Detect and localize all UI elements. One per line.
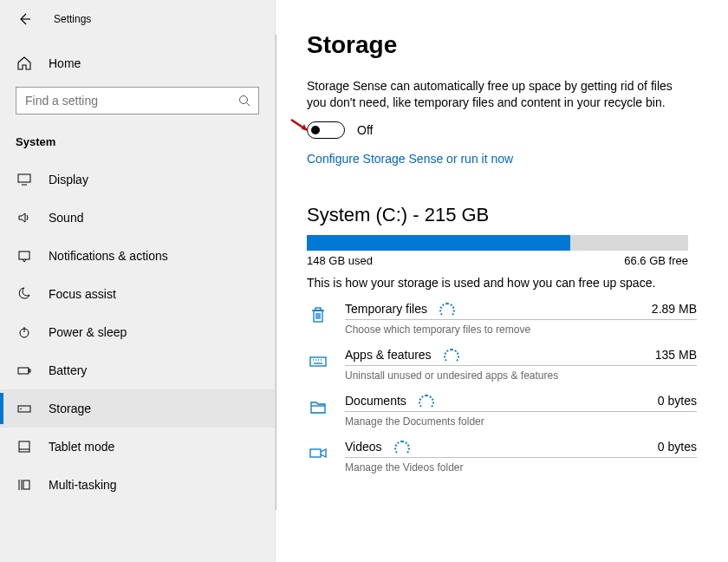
svg-rect-24 bbox=[310, 357, 326, 366]
search-icon bbox=[237, 94, 251, 108]
configure-storage-sense-link[interactable]: Configure Storage Sense or run it now bbox=[307, 152, 513, 166]
nav-home[interactable]: Home bbox=[0, 47, 275, 80]
keyboard-icon bbox=[307, 350, 329, 372]
category-separator bbox=[345, 411, 697, 412]
category-hint: Manage the Documents folder bbox=[345, 415, 697, 428]
nav-icon bbox=[16, 248, 33, 264]
storage-sense-desc: Storage Sense can automatically free up … bbox=[307, 78, 688, 111]
category-videos[interactable]: Videos0 bytesManage the Videos folder bbox=[307, 440, 697, 474]
category-list: Temporary files2.89 MBChoose which tempo… bbox=[307, 302, 704, 474]
video-icon bbox=[307, 441, 329, 464]
nav-icon bbox=[16, 210, 33, 225]
category-hint: Choose which temporary files to remove bbox=[345, 323, 697, 336]
nav-icon bbox=[16, 324, 33, 340]
storage-sense-toggle-row: Off bbox=[307, 121, 704, 139]
category-temporary-files[interactable]: Temporary files2.89 MBChoose which tempo… bbox=[307, 302, 697, 336]
nav-icon bbox=[16, 286, 33, 302]
search-wrap bbox=[0, 80, 275, 128]
sidebar: Settings Home System DisplaySoundNotific… bbox=[0, 0, 276, 562]
nav-item-focus-assist[interactable]: Focus assist bbox=[0, 275, 275, 313]
category-documents[interactable]: Documents0 bytesManage the Documents fol… bbox=[307, 394, 697, 428]
category-size: 135 MB bbox=[655, 348, 697, 362]
trash-icon bbox=[307, 304, 329, 326]
nav-item-label: Notifications & actions bbox=[49, 249, 168, 263]
svg-rect-9 bbox=[18, 406, 30, 412]
content: Storage Storage Sense can automatically … bbox=[276, 0, 728, 562]
nav-item-label: Display bbox=[49, 173, 88, 186]
nav-item-label: Multi-tasking bbox=[49, 478, 117, 492]
category-size: 0 bytes bbox=[658, 440, 697, 454]
category-size: 0 bytes bbox=[658, 394, 697, 408]
back-button[interactable] bbox=[16, 10, 33, 28]
nav-icon bbox=[16, 439, 33, 454]
nav-list: DisplaySoundNotifications & actionsFocus… bbox=[0, 160, 275, 504]
search-box[interactable] bbox=[16, 87, 259, 114]
section-label: System bbox=[0, 128, 275, 160]
svg-rect-31 bbox=[310, 449, 321, 457]
svg-rect-4 bbox=[19, 252, 29, 259]
nav-item-power-sleep[interactable]: Power & sleep bbox=[0, 313, 275, 351]
svg-rect-23 bbox=[315, 308, 321, 310]
app-title: Settings bbox=[54, 13, 91, 25]
svg-rect-11 bbox=[19, 441, 29, 452]
nav-item-storage[interactable]: Storage bbox=[0, 389, 275, 428]
svg-rect-2 bbox=[18, 174, 30, 182]
nav-item-multi-tasking[interactable]: Multi-tasking bbox=[0, 466, 275, 504]
loading-spinner-icon bbox=[394, 441, 406, 453]
nav-item-display[interactable]: Display bbox=[0, 160, 275, 199]
drive-title: System (C:) - 215 GB bbox=[307, 204, 704, 226]
storage-bar bbox=[307, 235, 688, 251]
loading-spinner-icon bbox=[419, 395, 431, 407]
usage-desc: This is how your storage is used and how… bbox=[307, 276, 704, 290]
nav-item-tablet-mode[interactable]: Tablet mode bbox=[0, 428, 275, 466]
nav-item-sound[interactable]: Sound bbox=[0, 199, 275, 237]
category-separator bbox=[345, 365, 697, 366]
nav-icon bbox=[16, 172, 33, 187]
nav-item-notifications-actions[interactable]: Notifications & actions bbox=[0, 237, 275, 275]
svg-line-1 bbox=[247, 103, 250, 107]
svg-rect-15 bbox=[23, 480, 29, 489]
nav-icon bbox=[16, 477, 33, 493]
category-name: Videos bbox=[345, 440, 382, 454]
category-body: Documents0 bytesManage the Documents fol… bbox=[345, 394, 697, 428]
nav-item-label: Tablet mode bbox=[49, 440, 114, 454]
category-separator bbox=[345, 319, 697, 320]
category-apps-features[interactable]: Apps & features135 MBUninstall unused or… bbox=[307, 348, 697, 382]
category-size: 2.89 MB bbox=[652, 302, 697, 316]
category-separator bbox=[345, 457, 697, 458]
category-hint: Manage the Videos folder bbox=[345, 461, 697, 474]
nav-icon bbox=[16, 401, 33, 416]
toggle-state-label: Off bbox=[357, 123, 373, 137]
content-divider bbox=[276, 35, 276, 510]
storage-bar-fill bbox=[307, 235, 570, 251]
nav-icon bbox=[16, 363, 33, 378]
nav-item-label: Focus assist bbox=[49, 287, 116, 301]
home-icon bbox=[16, 56, 33, 71]
nav-item-label: Power & sleep bbox=[49, 325, 127, 339]
svg-rect-8 bbox=[29, 369, 30, 372]
toggle-knob bbox=[311, 126, 320, 134]
nav-item-battery[interactable]: Battery bbox=[0, 351, 275, 389]
category-body: Temporary files2.89 MBChoose which tempo… bbox=[345, 302, 697, 336]
nav-item-label: Sound bbox=[49, 211, 83, 225]
nav-item-label: Storage bbox=[49, 402, 91, 415]
loading-spinner-icon bbox=[444, 349, 456, 361]
category-hint: Uninstall unused or undesired apps & fea… bbox=[345, 369, 697, 382]
storage-sense-toggle[interactable] bbox=[307, 121, 345, 139]
nav-home-label: Home bbox=[49, 56, 81, 70]
svg-point-10 bbox=[20, 408, 22, 410]
loading-spinner-icon bbox=[439, 303, 452, 315]
svg-line-16 bbox=[291, 120, 307, 130]
category-name: Documents bbox=[345, 394, 406, 408]
nav-item-label: Battery bbox=[49, 363, 87, 377]
page-title: Storage bbox=[307, 31, 704, 59]
category-name: Apps & features bbox=[345, 348, 432, 362]
svg-point-0 bbox=[240, 96, 248, 104]
category-body: Apps & features135 MBUninstall unused or… bbox=[345, 348, 697, 382]
category-name: Temporary files bbox=[345, 302, 427, 316]
search-input[interactable] bbox=[25, 94, 237, 108]
free-label: 66.6 GB free bbox=[624, 254, 688, 267]
category-body: Videos0 bytesManage the Videos folder bbox=[345, 440, 697, 474]
svg-rect-7 bbox=[18, 368, 29, 374]
titlebar: Settings bbox=[0, 0, 275, 38]
